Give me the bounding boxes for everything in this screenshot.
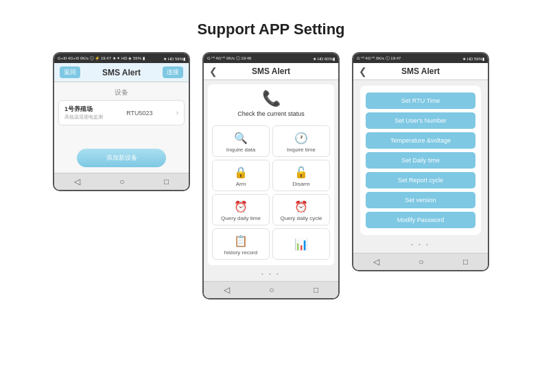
phone2: G⁺ᴵᴵᴵ 4G⁺ᴵᴵᴵ 0K/s ⓘ 19:46 ★ HD 60%▮ ❮ SM… bbox=[202, 52, 340, 299]
phone2-dots: • • • bbox=[208, 271, 334, 277]
phone3-status-bar: G⁺ᴵᴵᴵ 4G⁺ᴵᴵᴵ 0K/s ⓘ 19:47 ★ HD 59%▮ bbox=[353, 53, 488, 63]
disarm-label: Disarm bbox=[292, 181, 309, 187]
phone1-device-id: RTU5023 bbox=[126, 110, 152, 117]
query-daily-cycle-button[interactable]: ⏰ Query daily cycle bbox=[272, 194, 330, 225]
inquire-time-button[interactable]: 🕐 Inquire time bbox=[272, 125, 330, 157]
search-icon: 🔍 bbox=[234, 132, 248, 145]
query-daily-time-label: Query daily time bbox=[221, 215, 261, 221]
add-device-button[interactable]: 添加新设备 bbox=[77, 149, 166, 167]
phone3-header: ❮ SMS Alert bbox=[353, 63, 488, 80]
cycle-icon: ⏰ bbox=[294, 200, 308, 213]
phone2-header-title: SMS Alert bbox=[209, 66, 333, 76]
phone2-header: ❮ SMS Alert bbox=[204, 63, 338, 80]
arm-label: Arm bbox=[236, 181, 246, 187]
phones-row: G+III 4G+III 0K/s ⓘ ⚡ 19:47 ★ ✦ HD ◈ 59%… bbox=[53, 52, 489, 299]
phone3: G⁺ᴵᴵᴵ 4G⁺ᴵᴵᴵ 0K/s ⓘ 19:47 ★ HD 59%▮ ❮ SM… bbox=[352, 52, 489, 271]
history-record-label: history record bbox=[224, 249, 257, 256]
chevron-icon: › bbox=[176, 109, 178, 117]
set-rtu-time-button[interactable]: Set RTU Time bbox=[366, 93, 475, 109]
arm-button[interactable]: 🔒 Arm bbox=[212, 160, 270, 191]
set-users-number-button[interactable]: Set User's Number bbox=[366, 112, 475, 129]
phone1-home-nav[interactable]: ○ bbox=[119, 177, 124, 186]
phone1-device-info: 1号养殖场 高低温湿度电监测 bbox=[64, 105, 103, 121]
calendar-icon: 📋 bbox=[234, 234, 248, 247]
page-title: Support APP Setting bbox=[197, 21, 344, 38]
phone3-home-nav[interactable]: ○ bbox=[419, 257, 423, 267]
phone1-body: 设备 1号养殖场 高低温湿度电监测 RTU5023 › 添加新设备 bbox=[54, 82, 189, 173]
phone1-device-row[interactable]: 1号养殖场 高低温湿度电监测 RTU5023 › bbox=[58, 100, 185, 125]
phone2-recent-nav[interactable]: □ bbox=[314, 285, 318, 295]
phone3-header-title: SMS Alert bbox=[359, 66, 482, 76]
phone1-nav: ◁ ○ □ bbox=[54, 173, 189, 190]
modify-password-button[interactable]: Modify Password bbox=[366, 212, 475, 228]
phone2-status-card: 📞 Check the current status 🔍 Inquire dat… bbox=[208, 84, 334, 265]
check-status-text: Check the current status bbox=[237, 110, 305, 117]
phone3-dots: • • • bbox=[360, 241, 481, 247]
phone1-connect-button[interactable]: 连接 bbox=[163, 66, 183, 78]
phone1-device-sub: 高低温湿度电监测 bbox=[64, 114, 103, 121]
phone2-nav: ◁ ○ □ bbox=[204, 281, 338, 298]
phone-call-icon: 📞 bbox=[262, 90, 281, 108]
phone1-back-button[interactable]: 返回 bbox=[60, 66, 80, 78]
phone1-section-label: 设备 bbox=[115, 88, 128, 97]
phone3-nav: ◁ ○ □ bbox=[353, 253, 488, 270]
query-daily-cycle-label: Query daily cycle bbox=[281, 215, 322, 221]
phone3-back-nav[interactable]: ◁ bbox=[373, 257, 379, 267]
set-daily-time-button[interactable]: Set Daily time bbox=[366, 152, 475, 169]
inquire-data-button[interactable]: 🔍 Inquire data bbox=[212, 125, 270, 157]
phone3-back-arrow[interactable]: ❮ bbox=[359, 66, 367, 77]
phone2-status-bar: G⁺ᴵᴵᴵ 4G⁺ᴵᴵᴵ 0K/s ⓘ 19:46 ★ HD 60%▮ bbox=[204, 53, 338, 63]
temperature-voltage-button[interactable]: Temperature &voltage bbox=[366, 132, 475, 149]
chart-button[interactable]: 📊 bbox=[272, 228, 330, 260]
phone1-back-nav[interactable]: ◁ bbox=[74, 177, 80, 186]
phone3-body: Set RTU Time Set User's Number Temperatu… bbox=[353, 80, 488, 253]
set-report-cycle-button[interactable]: Set Report cycle bbox=[366, 172, 475, 188]
phone2-back-nav[interactable]: ◁ bbox=[224, 285, 230, 295]
phone1-header-title: SMS Alert bbox=[80, 68, 163, 77]
clock-icon: 🕐 bbox=[294, 132, 308, 145]
phone2-grid: 🔍 Inquire data 🕐 Inquire time 🔒 Arm 🔓 Di… bbox=[212, 125, 330, 260]
lock-icon: 🔒 bbox=[234, 166, 248, 179]
chart-icon: 📊 bbox=[294, 238, 308, 251]
alarm-icon: ⏰ bbox=[234, 200, 248, 213]
set-version-button[interactable]: Set version bbox=[366, 192, 475, 208]
phone1-header: 返回 SMS Alert 连接 bbox=[54, 63, 189, 82]
phone1-device-name: 1号养殖场 bbox=[64, 105, 103, 114]
phone3-menu-card: Set RTU Time Set User's Number Temperatu… bbox=[360, 86, 481, 235]
phone1: G+III 4G+III 0K/s ⓘ ⚡ 19:47 ★ ✦ HD ◈ 59%… bbox=[53, 52, 190, 191]
inquire-data-label: Inquire data bbox=[226, 147, 255, 153]
history-record-button[interactable]: 📋 history record bbox=[212, 228, 270, 260]
phone1-recent-nav[interactable]: □ bbox=[164, 177, 169, 186]
unlock-icon: 🔓 bbox=[294, 166, 308, 179]
phone2-body: 📞 Check the current status 🔍 Inquire dat… bbox=[204, 80, 338, 281]
phone1-status-bar: G+III 4G+III 0K/s ⓘ ⚡ 19:47 ★ ✦ HD ◈ 59%… bbox=[54, 53, 189, 63]
phone3-recent-nav[interactable]: □ bbox=[463, 257, 468, 267]
inquire-time-label: Inquire time bbox=[287, 147, 316, 153]
phone2-home-nav[interactable]: ○ bbox=[269, 285, 274, 295]
disarm-button[interactable]: 🔓 Disarm bbox=[272, 160, 330, 191]
query-daily-time-button[interactable]: ⏰ Query daily time bbox=[212, 194, 270, 225]
phone2-back-arrow[interactable]: ❮ bbox=[209, 66, 217, 77]
